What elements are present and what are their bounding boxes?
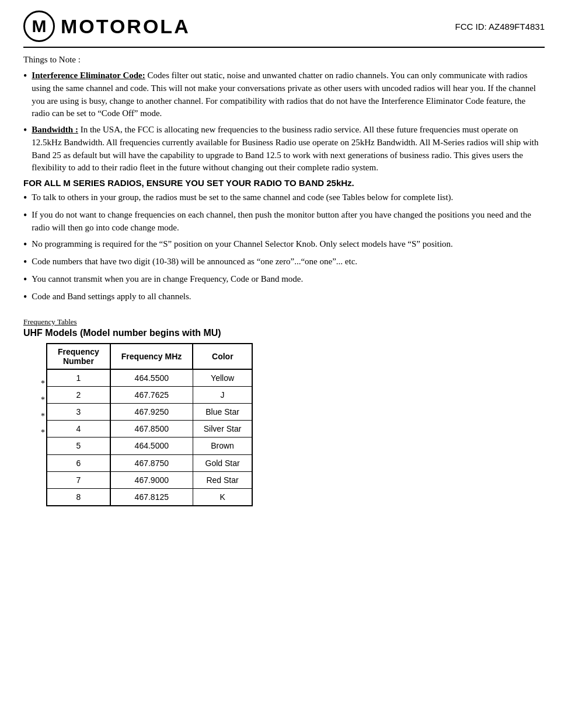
sub-bullet-dot-3: • bbox=[23, 254, 27, 270]
cell-color-5: Gold Star bbox=[193, 454, 252, 471]
table-header-row: FrequencyNumber Frequency MHz Color bbox=[47, 344, 252, 369]
page: MOTOROLA FCC ID: AZ489FT4831 Things to N… bbox=[0, 0, 568, 728]
col-header-color: Color bbox=[193, 344, 252, 369]
table-row: 3467.9250Blue Star bbox=[47, 404, 252, 421]
sub-bullet-text-1: If you do not want to change frequencies… bbox=[32, 209, 545, 235]
sub-bullet-0: • To talk to others in your group, the r… bbox=[23, 191, 545, 205]
sub-bullet-text-2: No programming is required for the “S” p… bbox=[32, 238, 545, 252]
sub-bullet-dot-5: • bbox=[23, 289, 27, 304]
sub-bullet-2: • No programming is required for the “S”… bbox=[23, 238, 545, 252]
cell-color-2: Blue Star bbox=[193, 404, 252, 421]
cell-freq-mhz-4: 464.5000 bbox=[110, 438, 193, 454]
cell-freq-mhz-5: 467.8750 bbox=[110, 454, 193, 471]
sub-bullet-dot-0: • bbox=[23, 190, 27, 205]
sub-bullet-5: • Code and Band settings apply to all ch… bbox=[23, 290, 545, 304]
bullet-dot-interference: • bbox=[23, 68, 27, 120]
sub-bullet-dot-2: • bbox=[23, 237, 27, 252]
motorola-wordmark: MOTOROLA bbox=[61, 15, 190, 38]
freq-table-wrapper: **** FrequencyNumber Frequency MHz Color… bbox=[41, 343, 545, 506]
cell-color-7: K bbox=[193, 488, 252, 506]
sub-bullet-text-3: Code numbers that have two digit (10-38)… bbox=[32, 256, 545, 270]
bullet-text-bandwidth: In the USA, the FCC is allocating new fr… bbox=[32, 125, 538, 172]
sub-bullet-1: • If you do not want to change frequenci… bbox=[23, 209, 545, 235]
cell-freq-mhz-3: 467.8500 bbox=[110, 421, 193, 438]
table-row: 6467.8750Gold Star bbox=[47, 454, 252, 471]
cell-freq-number-4: 5 bbox=[47, 438, 110, 454]
logo-area: MOTOROLA bbox=[23, 10, 190, 42]
cell-freq-mhz-2: 467.9250 bbox=[110, 404, 193, 421]
bullet-dot-bandwidth: • bbox=[23, 123, 27, 174]
bullet-content-bandwidth: Bandwidth : In the USA, the FCC is alloc… bbox=[32, 124, 545, 174]
sub-bullet-4: • You cannot transmit when you are in ch… bbox=[23, 273, 545, 287]
asterisk-column: **** bbox=[41, 343, 45, 506]
cell-freq-number-5: 6 bbox=[47, 454, 110, 471]
cell-color-4: Brown bbox=[193, 438, 252, 454]
sub-bullet-dot-4: • bbox=[23, 272, 27, 287]
asterisk-cell-4 bbox=[41, 441, 45, 457]
cell-freq-number-6: 7 bbox=[47, 471, 110, 488]
cell-freq-number-3: 4 bbox=[47, 421, 110, 438]
table-row: 1464.5500Yellow bbox=[47, 369, 252, 387]
sub-bullet-text-5: Code and Band settings apply to all chan… bbox=[32, 290, 545, 304]
cell-freq-mhz-0: 464.5500 bbox=[110, 369, 193, 387]
cell-freq-number-2: 3 bbox=[47, 404, 110, 421]
col-header-freq-mhz: Frequency MHz bbox=[110, 344, 193, 369]
sub-bullet-list: • To talk to others in your group, the r… bbox=[23, 191, 545, 304]
cell-freq-mhz-7: 467.8125 bbox=[110, 488, 193, 506]
bullet-term-bandwidth: Bandwidth : bbox=[32, 125, 78, 134]
asterisk-cell-6 bbox=[41, 474, 45, 490]
asterisk-cell-3: * bbox=[41, 425, 45, 441]
cell-freq-mhz-1: 467.7625 bbox=[110, 387, 193, 404]
header: MOTOROLA FCC ID: AZ489FT4831 bbox=[23, 10, 545, 48]
table-row: 5464.5000Brown bbox=[47, 438, 252, 454]
cell-color-1: J bbox=[193, 387, 252, 404]
cell-freq-number-1: 2 bbox=[47, 387, 110, 404]
table-row: 8467.8125K bbox=[47, 488, 252, 506]
bullet-term-interference: Interference Eliminator Code: bbox=[32, 71, 145, 80]
sub-bullet-text-0: To talk to others in your group, the rad… bbox=[32, 191, 545, 205]
fcc-id-label: FCC ID: AZ489FT4831 bbox=[455, 22, 545, 32]
cell-color-6: Red Star bbox=[193, 471, 252, 488]
bullet-bandwidth: • Bandwidth : In the USA, the FCC is all… bbox=[23, 124, 545, 174]
table-row: 4467.8500Silver Star bbox=[47, 421, 252, 438]
cell-freq-number-0: 1 bbox=[47, 369, 110, 387]
bullet-content-interference: Interference Eliminator Code: Codes filt… bbox=[32, 69, 545, 120]
asterisk-cell-2: * bbox=[41, 408, 45, 425]
asterisk-cell-1: * bbox=[41, 392, 45, 408]
sub-bullet-text-4: You cannot transmit when you are in chan… bbox=[32, 273, 545, 287]
sub-bullet-3: • Code numbers that have two digit (10-3… bbox=[23, 256, 545, 270]
freq-tables-label: Frequency Tables bbox=[23, 317, 545, 327]
asterisk-cell-7 bbox=[41, 490, 45, 506]
cell-freq-mhz-6: 467.9000 bbox=[110, 471, 193, 488]
frequency-table: FrequencyNumber Frequency MHz Color 1464… bbox=[46, 343, 253, 506]
sub-bullet-dot-1: • bbox=[23, 208, 27, 235]
main-bullet-list: • Interference Eliminator Code: Codes fi… bbox=[23, 69, 545, 174]
table-row: 7467.9000Red Star bbox=[47, 471, 252, 488]
cell-color-0: Yellow bbox=[193, 369, 252, 387]
asterisk-cell-5 bbox=[41, 457, 45, 474]
cell-color-3: Silver Star bbox=[193, 421, 252, 438]
col-header-freq-number: FrequencyNumber bbox=[47, 344, 110, 369]
motorola-logo-circle bbox=[23, 10, 55, 42]
table-row: 2467.7625J bbox=[47, 387, 252, 404]
things-to-note-intro: Things to Note : bbox=[23, 55, 545, 65]
bullet-interference: • Interference Eliminator Code: Codes fi… bbox=[23, 69, 545, 120]
asterisk-cell-0: * bbox=[41, 376, 45, 392]
cell-freq-number-7: 8 bbox=[47, 488, 110, 506]
uhf-title: UHF Models (Model number begins with MU) bbox=[23, 328, 545, 338]
for-all-notice: FOR ALL M SERIES RADIOS, ENSURE YOU SET … bbox=[23, 178, 545, 188]
